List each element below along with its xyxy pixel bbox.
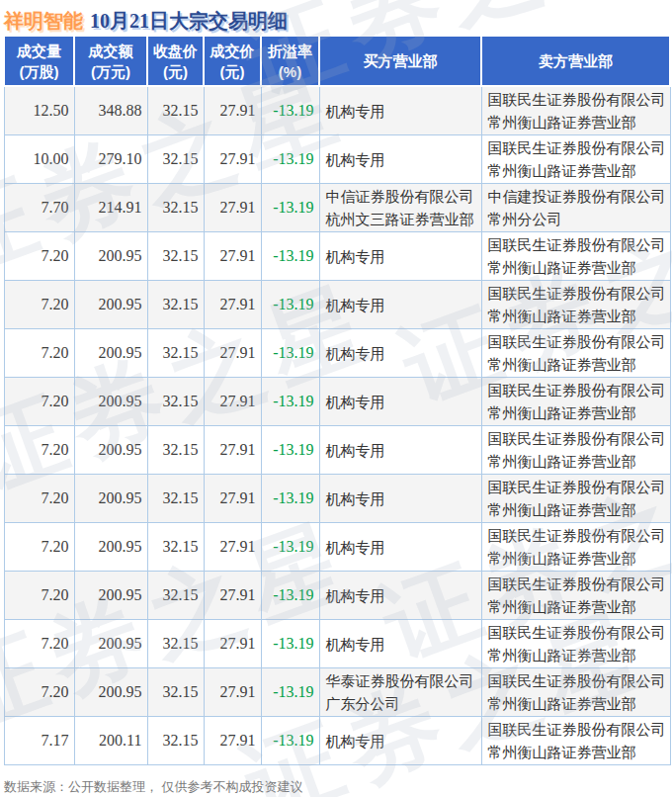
header-col-trade-price: 成交价 (元) [204, 36, 261, 86]
seller-cell: 中信建投证券股份有限公司 常州分公司 [481, 184, 670, 232]
amount-cell: 200.95 [74, 378, 147, 426]
header-col-buyer-branch: 买方营业部 [319, 36, 481, 86]
buyer-cell: 机构专用 [319, 620, 481, 668]
trade-price-cell: 27.91 [204, 184, 261, 232]
table-header-row: 成交量 (万股)成交额 (万元)收盘价 (元)成交价 (元)折溢率 (%)买方营… [4, 36, 670, 86]
seller-cell: 国联民生证券股份有限公司 常州衡山路证券营业部 [481, 135, 670, 184]
premium-cell: -13.19 [261, 426, 319, 475]
volume-cell: 7.20 [4, 475, 74, 523]
premium-cell: -13.19 [261, 232, 319, 281]
table-row: 7.20200.9532.1527.91-13.19机构专用国联民生证券股份有限… [4, 426, 670, 475]
header-col-amount: 成交额 (万元) [74, 36, 147, 86]
seller-cell: 国联民生证券股份有限公司 常州衡山路证券营业部 [481, 572, 670, 620]
seller-cell: 国联民生证券股份有限公司 常州衡山路证券营业部 [481, 378, 670, 426]
amount-cell: 200.95 [74, 426, 147, 475]
seller-cell: 国联民生证券股份有限公司 常州衡山路证券营业部 [481, 86, 670, 135]
trade-price-cell: 27.91 [204, 717, 261, 765]
table-row: 7.20200.9532.1527.91-13.19机构专用国联民生证券股份有限… [4, 329, 670, 378]
close-price-cell: 32.15 [147, 329, 204, 378]
volume-cell: 7.20 [4, 426, 74, 475]
stock-name: 祥明智能 [4, 10, 83, 32]
close-price-cell: 32.15 [147, 135, 204, 184]
premium-cell: -13.19 [261, 281, 319, 329]
table-row: 7.17200.1132.1527.91-13.19机构专用国联民生证券股份有限… [4, 717, 670, 765]
buyer-cell: 机构专用 [319, 329, 481, 378]
close-price-cell: 32.15 [147, 86, 204, 135]
volume-cell: 10.00 [4, 135, 74, 184]
header-col-close-price: 收盘价 (元) [147, 36, 204, 86]
trade-price-cell: 27.91 [204, 523, 261, 572]
buyer-cell: 机构专用 [319, 475, 481, 523]
amount-cell: 348.88 [74, 86, 147, 135]
buyer-cell: 华泰证券股份有限公司 广东分公司 [319, 668, 481, 717]
buyer-cell: 机构专用 [319, 86, 481, 135]
buyer-cell: 机构专用 [319, 232, 481, 281]
volume-cell: 7.20 [4, 281, 74, 329]
table-row: 7.20200.9532.1527.91-13.19机构专用国联民生证券股份有限… [4, 523, 670, 572]
trade-price-cell: 27.91 [204, 475, 261, 523]
trade-price-cell: 27.91 [204, 281, 261, 329]
volume-cell: 7.20 [4, 668, 74, 717]
amount-cell: 200.95 [74, 523, 147, 572]
premium-cell: -13.19 [261, 184, 319, 232]
seller-cell: 国联民生证券股份有限公司 常州衡山路证券营业部 [481, 426, 670, 475]
volume-cell: 7.70 [4, 184, 74, 232]
amount-cell: 200.11 [74, 717, 147, 765]
table-row: 7.20200.9532.1527.91-13.19华泰证券股份有限公司 广东分… [4, 668, 670, 717]
buyer-cell: 中信证券股份有限公司 杭州文三路证券营业部 [319, 184, 481, 232]
amount-cell: 200.95 [74, 281, 147, 329]
volume-cell: 7.20 [4, 620, 74, 668]
trade-price-cell: 27.91 [204, 232, 261, 281]
amount-cell: 200.95 [74, 329, 147, 378]
buyer-cell: 机构专用 [319, 523, 481, 572]
table-row: 7.20200.9532.1527.91-13.19机构专用国联民生证券股份有限… [4, 378, 670, 426]
amount-cell: 200.95 [74, 232, 147, 281]
premium-cell: -13.19 [261, 475, 319, 523]
buyer-cell: 机构专用 [319, 135, 481, 184]
seller-cell: 国联民生证券股份有限公司 常州衡山路证券营业部 [481, 232, 670, 281]
amount-cell: 200.95 [74, 668, 147, 717]
trade-price-cell: 27.91 [204, 135, 261, 184]
buyer-cell: 机构专用 [319, 378, 481, 426]
amount-cell: 200.95 [74, 475, 147, 523]
block-trades-table: 成交量 (万股)成交额 (万元)收盘价 (元)成交价 (元)折溢率 (%)买方营… [3, 35, 671, 765]
table-row: 7.20200.9532.1527.91-13.19机构专用国联民生证券股份有限… [4, 572, 670, 620]
close-price-cell: 32.15 [147, 232, 204, 281]
volume-cell: 7.20 [4, 523, 74, 572]
trade-price-cell: 27.91 [204, 620, 261, 668]
header-col-premium-rate: 折溢率 (%) [261, 36, 319, 86]
seller-cell: 国联民生证券股份有限公司 常州衡山路证券营业部 [481, 717, 670, 765]
amount-cell: 200.95 [74, 620, 147, 668]
amount-cell: 214.91 [74, 184, 147, 232]
amount-cell: 279.10 [74, 135, 147, 184]
seller-cell: 国联民生证券股份有限公司 常州衡山路证券营业部 [481, 523, 670, 572]
volume-cell: 7.20 [4, 572, 74, 620]
data-source-note: 数据来源：公开数据整理， 仅供参考不构成投资建议 [4, 778, 672, 796]
premium-cell: -13.19 [261, 523, 319, 572]
buyer-cell: 机构专用 [319, 717, 481, 765]
trade-price-cell: 27.91 [204, 668, 261, 717]
trade-price-cell: 27.91 [204, 426, 261, 475]
seller-cell: 国联民生证券股份有限公司 常州衡山路证券营业部 [481, 620, 670, 668]
page-title: 祥明智能10月21日大宗交易明细 [0, 0, 672, 34]
premium-cell: -13.19 [261, 378, 319, 426]
premium-cell: -13.19 [261, 329, 319, 378]
seller-cell: 国联民生证券股份有限公司 常州衡山路证券营业部 [481, 281, 670, 329]
trade-price-cell: 27.91 [204, 86, 261, 135]
close-price-cell: 32.15 [147, 281, 204, 329]
volume-cell: 12.50 [4, 86, 74, 135]
seller-cell: 国联民生证券股份有限公司 常州衡山路证券营业部 [481, 329, 670, 378]
volume-cell: 7.17 [4, 717, 74, 765]
table-row: 7.20200.9532.1527.91-13.19机构专用国联民生证券股份有限… [4, 475, 670, 523]
close-price-cell: 32.15 [147, 620, 204, 668]
premium-cell: -13.19 [261, 620, 319, 668]
amount-cell: 200.95 [74, 572, 147, 620]
buyer-cell: 机构专用 [319, 572, 481, 620]
volume-cell: 7.20 [4, 329, 74, 378]
report-page: 祥明智能10月21日大宗交易明细 成交量 (万股)成交额 (万元)收盘价 (元)… [0, 0, 672, 797]
table-row: 10.00279.1032.1527.91-13.19机构专用国联民生证券股份有… [4, 135, 670, 184]
table-row: 7.70214.9132.1527.91-13.19中信证券股份有限公司 杭州文… [4, 184, 670, 232]
buyer-cell: 机构专用 [319, 281, 481, 329]
premium-cell: -13.19 [261, 668, 319, 717]
close-price-cell: 32.15 [147, 523, 204, 572]
